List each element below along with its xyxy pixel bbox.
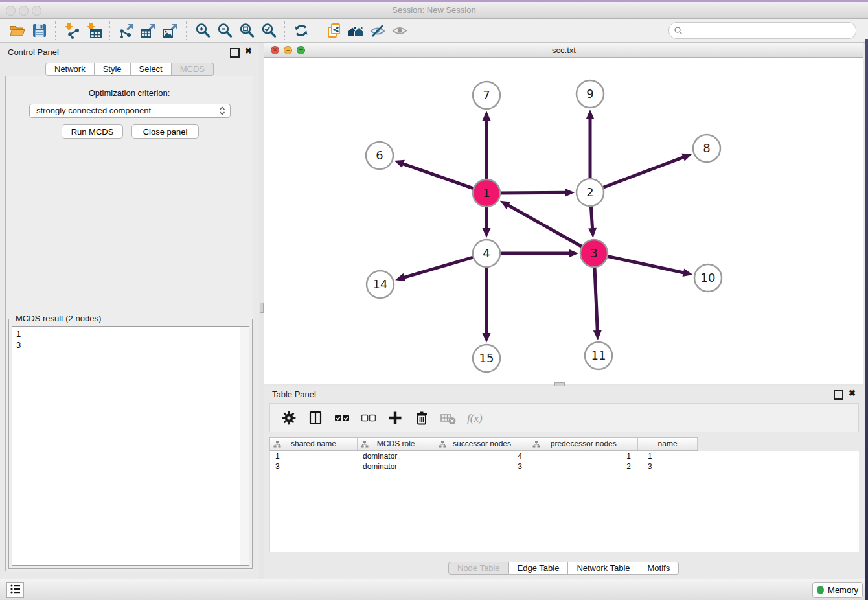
import-table-icon (86, 22, 102, 39)
zoom-selected-button[interactable] (258, 21, 280, 40)
window-minimize-button[interactable] (19, 6, 29, 16)
optimization-criterion-dropdown[interactable]: strongly connected component (29, 104, 231, 118)
tab-network-table[interactable]: Network Table (568, 562, 639, 575)
window-close-button[interactable] (6, 6, 16, 16)
graph-edge-3-10[interactable] (606, 256, 685, 273)
tab-select[interactable]: Select (131, 63, 172, 76)
toolbar-separator (55, 21, 56, 40)
show-hidden-button[interactable] (389, 21, 411, 40)
mcds-result-line: 1 (12, 327, 249, 340)
column-header-name[interactable]: name (638, 438, 698, 450)
graph-edge-1-2[interactable] (499, 192, 566, 193)
column-header-successor-nodes[interactable]: successor nodes (435, 438, 530, 450)
table-panel-float-icon[interactable] (834, 390, 843, 400)
tab-node-table[interactable]: Node Table (448, 562, 509, 575)
function-builder-button[interactable] (466, 410, 483, 426)
table-panel-close-icon[interactable]: ✖ (849, 388, 856, 398)
graph-edge-arrowhead (395, 273, 405, 281)
graph-edge-4-14[interactable] (404, 257, 475, 277)
graph-edge-arrowhead (483, 333, 491, 343)
delete-table-button[interactable] (440, 410, 457, 426)
export-network-button[interactable] (115, 21, 137, 40)
show-hidden-icon (391, 22, 408, 39)
open-session-button[interactable] (6, 21, 29, 40)
zoom-fit-button[interactable] (236, 21, 258, 40)
export-image-button[interactable] (159, 21, 181, 40)
graph-edge-2-8[interactable] (602, 157, 685, 188)
select-all-columns-button[interactable] (334, 410, 350, 426)
zoom-out-icon (216, 22, 233, 39)
table-body: 1dominator4113dominator323 (269, 451, 859, 552)
table-row[interactable]: 3dominator323 (270, 461, 859, 472)
column-header-mcds-role[interactable]: MCDS role (358, 438, 435, 450)
memory-label: Memory (828, 585, 858, 595)
memory-status-dot (817, 586, 824, 594)
column-header-predecessor-nodes[interactable]: predecessor nodes (529, 438, 638, 450)
graph-node-label: 4 (483, 246, 490, 260)
tab-mcds[interactable]: MCDS (172, 63, 214, 76)
table-cell: 3 (639, 461, 698, 472)
graph-edge-arrowhead (483, 111, 491, 121)
graph-edge-3-11[interactable] (595, 266, 598, 332)
column-settings-button[interactable] (280, 410, 297, 426)
control-panel-float-icon[interactable] (230, 48, 240, 58)
table-row[interactable]: 1dominator411 (270, 451, 859, 461)
import-table-button[interactable] (83, 21, 105, 40)
table-cell: dominator (358, 451, 435, 461)
search-box (668, 22, 856, 39)
mcds-result-legend: MCDS result (2 nodes) (13, 314, 104, 323)
show-all-networks-button[interactable] (345, 21, 367, 40)
table-cell: 3 (435, 461, 530, 472)
column-tree-icon (361, 441, 369, 448)
graph-edge-1-6[interactable] (402, 163, 475, 189)
save-session-button[interactable] (29, 21, 51, 40)
vertical-splitter[interactable] (259, 43, 264, 579)
graph-edge-2-3[interactable] (591, 205, 592, 229)
graph-edge-arrowhead (681, 154, 692, 161)
tab-edge-table[interactable]: Edge Table (509, 562, 569, 575)
import-network-button[interactable] (61, 21, 83, 40)
memory-button[interactable]: Memory (812, 582, 863, 598)
task-history-button[interactable] (6, 582, 24, 598)
delete-column-button[interactable] (413, 410, 430, 426)
network-close-button[interactable]: ✕ (271, 46, 279, 54)
zoom-selected-icon (260, 22, 277, 39)
graph-node-label: 7 (483, 88, 490, 102)
main-toolbar-icons (6, 21, 411, 40)
zoom-in-button[interactable] (192, 21, 214, 40)
search-icon (674, 26, 683, 35)
result-scrollbar[interactable] (240, 327, 249, 565)
run-mcds-button[interactable]: Run MCDS (62, 124, 123, 139)
column-header-shared-name[interactable]: shared name (270, 438, 358, 450)
column-header-label: predecessor nodes (551, 439, 617, 448)
toggle-panel-layout-button[interactable] (307, 410, 324, 426)
tab-style[interactable]: Style (95, 63, 131, 76)
hide-selected-button[interactable] (367, 21, 389, 40)
close-panel-button[interactable]: Close panel (131, 124, 199, 139)
export-table-button[interactable] (137, 21, 159, 40)
network-minimize-button[interactable]: – (284, 46, 292, 54)
add-column-button[interactable] (387, 410, 404, 426)
window-zoom-button[interactable] (32, 6, 41, 16)
search-input[interactable] (686, 24, 851, 37)
deselect-all-columns-button[interactable] (360, 410, 377, 426)
table-toolbar (269, 403, 859, 432)
network-canvas[interactable]: 7968124314101511 (264, 58, 863, 384)
chevron-up-down-icon (219, 106, 225, 116)
deselect-all-columns-icon (360, 410, 377, 426)
graph-edge-3-1[interactable] (507, 205, 583, 248)
network-maximize-button[interactable]: + (297, 46, 305, 54)
graph-node-label: 14 (373, 277, 388, 291)
mcds-result-box: MCDS result (2 nodes) 13 (8, 319, 253, 569)
open-session-icon (9, 22, 26, 39)
tab-motifs[interactable]: Motifs (639, 562, 680, 575)
table-cell: 2 (530, 461, 639, 472)
duplicate-network-button[interactable] (323, 21, 345, 40)
refresh-layout-button[interactable] (290, 21, 312, 40)
control-panel-close-icon[interactable]: ✖ (245, 46, 252, 56)
mcds-result-line: 3 (12, 340, 249, 351)
tab-network[interactable]: Network (45, 63, 95, 76)
column-header-label: MCDS role (377, 439, 415, 448)
zoom-out-button[interactable] (214, 21, 236, 40)
column-tree-icon (532, 441, 540, 448)
